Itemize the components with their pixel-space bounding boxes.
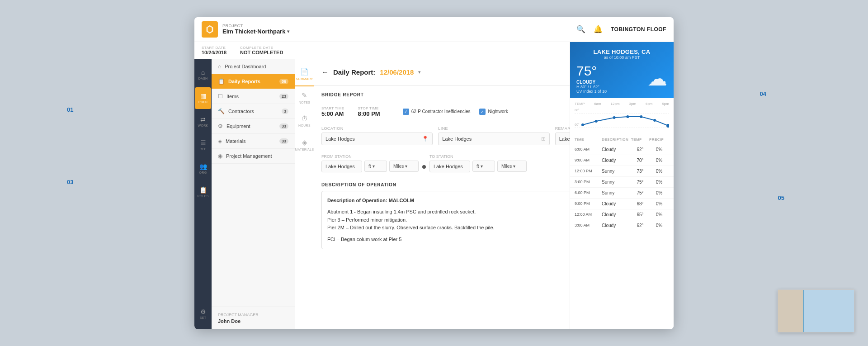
to-station-input[interactable]: Lake Hodges bbox=[429, 161, 470, 172]
notes-tab-icon: ✎ bbox=[302, 91, 307, 100]
start-time-label: START TIME bbox=[321, 106, 344, 110]
materials-tab-icon: ◈ bbox=[302, 138, 307, 147]
wt-header-precip: PRECIP bbox=[649, 137, 669, 142]
bell-icon[interactable]: 🔔 bbox=[594, 25, 603, 33]
wt-desc: Cloudy bbox=[602, 201, 631, 206]
checkbox-item-2[interactable]: ✓ Nightwork bbox=[479, 109, 508, 115]
svg-point-8 bbox=[666, 123, 669, 127]
materials-tab-label: MATERIALS bbox=[295, 148, 314, 151]
sidebar: ⌂ Project Dashboard 📋 Daily Reports 06 ☐… bbox=[212, 59, 295, 329]
nav-item-roles[interactable]: 📋 ROLES bbox=[195, 181, 211, 203]
stop-time-field: STOP TIME 8:00 PM bbox=[358, 106, 380, 117]
weather-table-header: TIME DESCRIPTION TEMP PRECIP bbox=[570, 135, 674, 144]
date-chevron-icon[interactable]: ▾ bbox=[418, 69, 421, 75]
wt-precip: 0% bbox=[649, 180, 669, 185]
back-button[interactable]: ← bbox=[321, 68, 329, 76]
project-info: Project Elm Thicket-Northpark ▾ bbox=[222, 24, 289, 35]
minimap-left bbox=[778, 290, 803, 332]
report-date: 12/06/2018 bbox=[380, 68, 414, 76]
svg-point-3 bbox=[595, 119, 598, 122]
weather-panel: LAKE HODGES, CA as of 10:00 am PST 75° C… bbox=[570, 59, 674, 329]
hours-tab-label: HOURS bbox=[298, 124, 311, 127]
materials-icon: ◈ bbox=[218, 138, 222, 144]
contractors-badge: 3 bbox=[282, 109, 288, 114]
wt-time: 9:00 AM bbox=[575, 158, 602, 163]
checkbox-check-1: ✓ bbox=[403, 109, 409, 115]
from-miles-select[interactable]: Miles ▾ bbox=[389, 161, 419, 172]
svg-point-5 bbox=[626, 115, 629, 118]
project-dashboard-icon: ⌂ bbox=[218, 63, 221, 70]
nav-item-dashboard[interactable]: ⌂ DASH bbox=[195, 64, 211, 85]
temp-chart: 80° 60° bbox=[575, 108, 669, 131]
sidebar-item-materials[interactable]: ◈ Materials 33 bbox=[212, 134, 295, 149]
to-station-unit-select[interactable]: ft ▾ bbox=[472, 161, 495, 172]
settings-icon: ⚙ bbox=[200, 308, 206, 315]
pm-name: John Doe bbox=[218, 318, 288, 324]
tab-summary[interactable]: 📄 SUMMARY bbox=[295, 63, 314, 86]
left-nav: ⌂ DASH ▦ PROJ ⇄ WORK ☰ REF 👥 ORG 📋 ROLES bbox=[194, 59, 212, 329]
weather-temp: 75° bbox=[576, 63, 607, 79]
sidebar-item-equipment[interactable]: ⚙ Equipment 33 bbox=[212, 119, 295, 134]
weather-condition: CLOUDY bbox=[576, 80, 607, 85]
annotation-01: 01 bbox=[67, 106, 73, 113]
report-title: Daily Report: bbox=[333, 68, 375, 76]
to-miles-chevron-icon: ▾ bbox=[513, 164, 515, 169]
wt-time: 3:00 AM bbox=[575, 223, 602, 228]
weather-main: 75° CLOUDY H 80° / L 62° UV Index 1 of 1… bbox=[576, 63, 667, 94]
weather-as-of: as of 10:00 am PST bbox=[576, 59, 667, 60]
sidebar-item-project-management[interactable]: ◉ Project Management bbox=[212, 149, 295, 164]
wt-header-desc: DESCRIPTION bbox=[602, 137, 631, 142]
project-label: Project bbox=[222, 24, 289, 28]
nav-item-org[interactable]: 👥 ORG bbox=[195, 158, 211, 180]
station-dot bbox=[422, 165, 426, 169]
sidebar-item-contractors[interactable]: 🔨 Contractors 3 bbox=[212, 104, 295, 119]
search-icon[interactable]: 🔍 bbox=[576, 25, 585, 33]
location-input[interactable]: Lake Hodges 📍 bbox=[321, 133, 433, 145]
chart-labels: TEMP 6am 12pm 3pm 6pm 9pm bbox=[575, 102, 669, 106]
from-station-unit-select[interactable]: ft ▾ bbox=[364, 161, 387, 172]
wt-desc: Cloudy bbox=[602, 147, 631, 152]
from-station-input[interactable]: Lake Hodges bbox=[321, 161, 362, 172]
to-miles-select[interactable]: Miles ▾ bbox=[497, 161, 527, 172]
equipment-badge: 33 bbox=[279, 123, 288, 129]
start-time-value: 5:00 AM bbox=[321, 110, 344, 117]
nav-item-workflow[interactable]: ⇄ WORK bbox=[195, 111, 211, 133]
complete-date-field: COMPLETE DATE NOT COMPLETED bbox=[240, 46, 283, 55]
project-name[interactable]: Elm Thicket-Northpark ▾ bbox=[222, 28, 289, 35]
nav-item-references[interactable]: ☰ REF bbox=[195, 134, 211, 156]
sidebar-items-label: Items bbox=[226, 94, 239, 99]
sidebar-project-dashboard-label: Project Dashboard bbox=[225, 64, 266, 69]
weather-table: TIME DESCRIPTION TEMP PRECIP 6:00 AM Clo… bbox=[570, 135, 674, 329]
wt-temp: 62° bbox=[631, 147, 649, 152]
tab-hours[interactable]: ⏱ HOURS bbox=[295, 110, 314, 133]
grid-icon: ⊞ bbox=[541, 136, 546, 142]
tab-notes[interactable]: ✎ NOTES bbox=[295, 86, 314, 110]
nav-item-settings[interactable]: ⚙ SET bbox=[195, 303, 211, 325]
sidebar-item-items[interactable]: ☐ Items 23 bbox=[212, 89, 295, 104]
wt-precip: 0% bbox=[649, 190, 669, 195]
checkbox-item-1[interactable]: ✓ 62-P Contractor Inefficiencies bbox=[403, 109, 471, 115]
logo[interactable] bbox=[202, 21, 218, 38]
temp-chart-section: TEMP 6am 12pm 3pm 6pm 9pm 80° 60° bbox=[570, 98, 674, 135]
daily-reports-icon: 📋 bbox=[218, 78, 225, 85]
wt-precip: 0% bbox=[649, 147, 669, 152]
sidebar-item-project-dashboard[interactable]: ⌂ Project Dashboard bbox=[212, 59, 295, 74]
user-name: TOBINGTON FLOOF bbox=[611, 26, 666, 33]
sidebar-item-daily-reports[interactable]: 📋 Daily Reports 06 bbox=[212, 74, 295, 89]
items-badge: 23 bbox=[279, 94, 288, 99]
complete-date-label: COMPLETE DATE bbox=[240, 46, 283, 50]
tab-materials[interactable]: ◈ MATERIALS bbox=[295, 133, 314, 157]
nav-item-projects[interactable]: ▦ PROJ bbox=[195, 87, 211, 109]
weather-table-row: 6:00 PM Sunny 75° 0% bbox=[570, 188, 674, 199]
annotation-05: 05 bbox=[778, 194, 784, 201]
chart-label-12pm: 12pm bbox=[611, 102, 620, 106]
wt-desc: Sunny bbox=[602, 169, 631, 174]
nav-dashboard-label: DASH bbox=[198, 77, 208, 80]
project-chevron-icon: ▾ bbox=[287, 29, 289, 34]
svg-point-6 bbox=[640, 115, 642, 118]
notes-tab-label: NOTES bbox=[299, 101, 311, 104]
hours-tab-icon: ⏱ bbox=[301, 115, 308, 123]
line-input[interactable]: Lake Hodges ⊞ bbox=[438, 133, 549, 145]
wt-desc: Sunny bbox=[602, 190, 631, 195]
checkbox-label-1: 62-P Contractor Inefficiencies bbox=[411, 109, 471, 114]
